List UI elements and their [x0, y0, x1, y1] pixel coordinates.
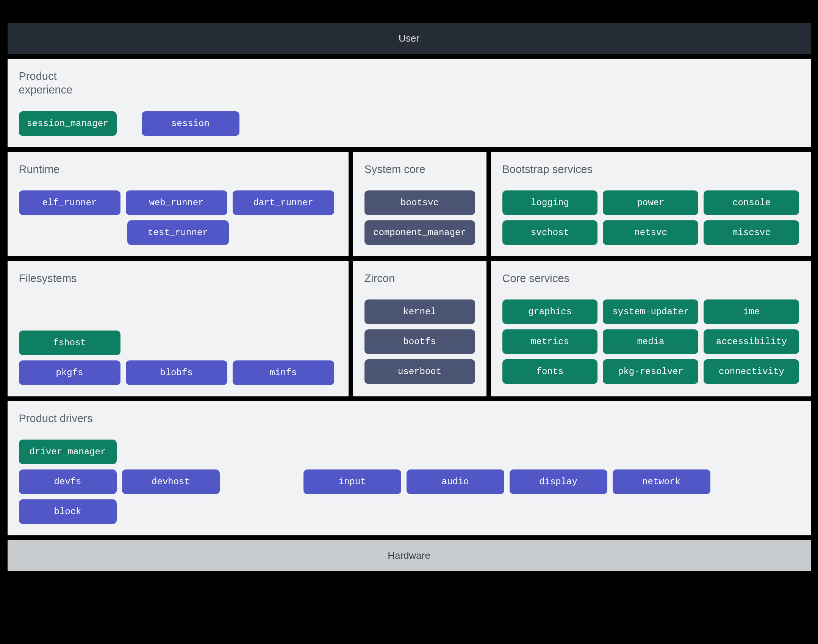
- bootstrap-title: Bootstrap services: [502, 162, 799, 176]
- chip-pkgfs: pkgfs: [19, 360, 120, 385]
- chip-session: session: [142, 111, 239, 136]
- chip-test-runner: test_runner: [127, 220, 229, 245]
- core-services-title: Core services: [502, 271, 799, 285]
- hardware-banner-label: Hardware: [388, 550, 430, 561]
- chip-logging: logging: [502, 190, 598, 215]
- product-drivers-card: Product drivers driver_manager devfs dev…: [8, 401, 811, 535]
- runtime-row2: test_runner: [19, 220, 337, 245]
- chip-accessibility: accessibility: [704, 329, 799, 354]
- chip-display: display: [510, 469, 607, 494]
- chip-pkg-resolver: pkg-resolver: [603, 359, 698, 384]
- chip-netsvc: netsvc: [603, 220, 698, 245]
- runtime-title: Runtime: [19, 162, 337, 176]
- chip-svchost: svchost: [502, 220, 598, 245]
- chip-fonts: fonts: [502, 359, 598, 384]
- runtime-row1: elf_runner web_runner dart_runner: [19, 190, 337, 215]
- filesystems-card: Filesystems fshost pkgfs blobfs minfs: [8, 261, 349, 396]
- chip-network: network: [613, 469, 710, 494]
- chip-kernel: kernel: [364, 299, 475, 324]
- chip-media: media: [603, 329, 698, 354]
- chip-userboot: userboot: [364, 359, 475, 384]
- runtime-card: Runtime elf_runner web_runner dart_runne…: [8, 152, 349, 256]
- chip-elf-runner: elf_runner: [19, 190, 120, 215]
- product-drivers-row2: devfs devhost input audio display networ…: [19, 469, 799, 524]
- bootstrap-card: Bootstrap services logging power console…: [491, 152, 811, 256]
- system-core-items: bootsvc component_manager: [364, 190, 475, 245]
- filesystems-row2: pkgfs blobfs minfs: [19, 360, 337, 385]
- chip-power: power: [603, 190, 698, 215]
- user-banner: User: [8, 23, 811, 54]
- product-experience-items: session_manager session: [19, 111, 799, 136]
- chip-blobfs: blobfs: [126, 360, 227, 385]
- chip-bootsvc: bootsvc: [364, 190, 475, 215]
- chip-graphics: graphics: [502, 299, 598, 324]
- chip-input: input: [303, 469, 401, 494]
- zircon-card: Zircon kernel bootfs userboot: [353, 261, 486, 396]
- chip-fshost: fshost: [19, 331, 120, 355]
- chip-miscsvc: miscsvc: [704, 220, 799, 245]
- chip-connectivity: connectivity: [704, 359, 799, 384]
- product-experience-title: Product experience: [19, 69, 799, 97]
- chip-devhost: devhost: [122, 469, 220, 494]
- chip-web-runner: web_runner: [126, 190, 227, 215]
- product-drivers-row1: driver_manager: [19, 440, 799, 464]
- system-core-card: System core bootsvc component_manager: [353, 152, 486, 256]
- chip-session-manager: session_manager: [19, 111, 117, 136]
- bootstrap-items: logging power console svchost netsvc mis…: [502, 190, 799, 245]
- chip-devfs: devfs: [19, 469, 117, 494]
- chip-metrics: metrics: [502, 329, 598, 354]
- core-services-items: graphics system-updater ime metrics medi…: [502, 299, 799, 384]
- chip-console: console: [704, 190, 799, 215]
- zircon-items: kernel bootfs userboot: [364, 299, 475, 384]
- chip-dart-runner: dart_runner: [233, 190, 334, 215]
- product-drivers-title: Product drivers: [19, 412, 799, 425]
- filesystems-row1: fshost: [19, 331, 337, 355]
- chip-component-manager: component_manager: [364, 220, 475, 245]
- filesystems-title: Filesystems: [19, 271, 337, 285]
- user-banner-label: User: [399, 33, 419, 44]
- chip-driver-manager: driver_manager: [19, 440, 117, 464]
- drivers-gap: [225, 469, 298, 494]
- chip-audio: audio: [407, 469, 504, 494]
- core-services-card: Core services graphics system-updater im…: [491, 261, 811, 396]
- hardware-banner: Hardware: [8, 540, 811, 571]
- chip-system-updater: system-updater: [603, 299, 698, 324]
- chip-minfs: minfs: [233, 360, 334, 385]
- system-core-title: System core: [364, 162, 475, 176]
- zircon-title: Zircon: [364, 271, 475, 285]
- product-experience-card: Product experience session_manager sessi…: [8, 59, 811, 147]
- chip-block: block: [19, 499, 117, 524]
- chip-ime: ime: [704, 299, 799, 324]
- chip-bootfs: bootfs: [364, 329, 475, 354]
